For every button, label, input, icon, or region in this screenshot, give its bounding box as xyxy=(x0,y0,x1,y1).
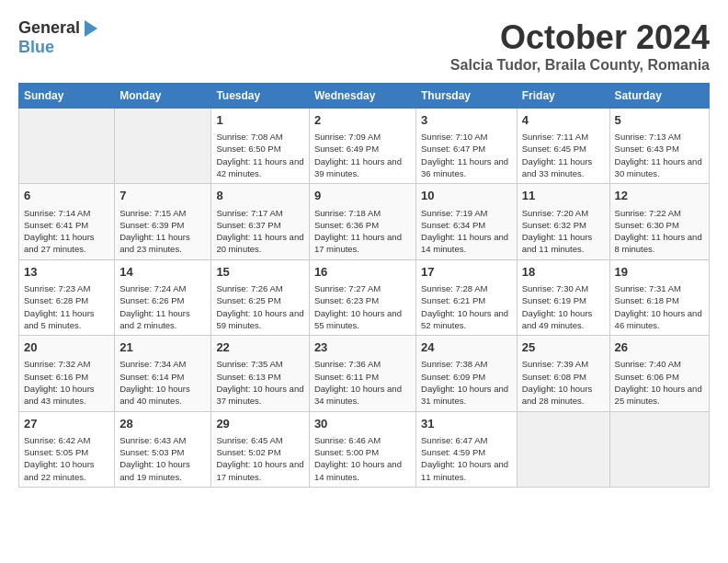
calendar-cell: 22Sunrise: 7:35 AMSunset: 6:13 PMDayligh… xyxy=(211,336,309,411)
day-number: 18 xyxy=(522,264,605,281)
header-sunday: Sunday xyxy=(19,84,115,109)
day-info: Sunrise: 7:30 AMSunset: 6:19 PMDaylight:… xyxy=(522,282,605,331)
calendar-cell: 5Sunrise: 7:13 AMSunset: 6:43 PMDaylight… xyxy=(609,109,709,184)
day-info: Sunrise: 7:39 AMSunset: 6:08 PMDaylight:… xyxy=(522,358,605,407)
day-number: 15 xyxy=(216,264,303,281)
day-info: Sunrise: 7:36 AMSunset: 6:11 PMDaylight:… xyxy=(314,358,411,407)
day-number: 21 xyxy=(119,339,206,356)
day-info: Sunrise: 7:24 AMSunset: 6:26 PMDaylight:… xyxy=(119,282,206,331)
calendar-cell xyxy=(19,109,115,184)
day-info: Sunrise: 6:45 AMSunset: 5:02 PMDaylight:… xyxy=(216,434,303,483)
day-number: 17 xyxy=(421,264,512,281)
header-thursday: Thursday xyxy=(416,84,518,109)
calendar-cell: 25Sunrise: 7:39 AMSunset: 6:08 PMDayligh… xyxy=(517,336,609,411)
calendar-week-4: 27Sunrise: 6:42 AMSunset: 5:05 PMDayligh… xyxy=(19,411,710,487)
calendar-cell: 14Sunrise: 7:24 AMSunset: 6:26 PMDayligh… xyxy=(115,259,211,335)
logo-arrow-icon xyxy=(85,20,97,37)
day-number: 31 xyxy=(421,416,512,432)
day-number: 10 xyxy=(421,188,512,204)
calendar-cell: 11Sunrise: 7:20 AMSunset: 6:32 PMDayligh… xyxy=(517,184,609,259)
calendar-cell: 27Sunrise: 6:42 AMSunset: 5:05 PMDayligh… xyxy=(19,411,115,487)
day-number: 29 xyxy=(216,416,303,432)
calendar-cell: 28Sunrise: 6:43 AMSunset: 5:03 PMDayligh… xyxy=(115,411,211,487)
day-number: 20 xyxy=(24,339,109,356)
calendar-cell: 24Sunrise: 7:38 AMSunset: 6:09 PMDayligh… xyxy=(416,336,518,411)
day-info: Sunrise: 6:47 AMSunset: 4:59 PMDaylight:… xyxy=(421,434,512,483)
day-number: 3 xyxy=(421,112,512,129)
day-info: Sunrise: 7:13 AMSunset: 6:43 PMDaylight:… xyxy=(615,131,704,179)
logo-general: General xyxy=(18,18,80,38)
calendar-cell: 21Sunrise: 7:34 AMSunset: 6:14 PMDayligh… xyxy=(115,336,211,411)
location-title: Salcia Tudor, Braila County, Romania xyxy=(450,57,710,74)
calendar-cell: 20Sunrise: 7:32 AMSunset: 6:16 PMDayligh… xyxy=(19,336,115,411)
calendar-cell: 13Sunrise: 7:23 AMSunset: 6:28 PMDayligh… xyxy=(19,259,115,335)
calendar-cell: 18Sunrise: 7:30 AMSunset: 6:19 PMDayligh… xyxy=(517,259,609,335)
day-number: 23 xyxy=(314,339,411,356)
header-monday: Monday xyxy=(115,84,211,109)
day-info: Sunrise: 7:31 AMSunset: 6:18 PMDaylight:… xyxy=(615,282,704,331)
calendar-cell: 16Sunrise: 7:27 AMSunset: 6:23 PMDayligh… xyxy=(309,259,415,335)
day-info: Sunrise: 7:34 AMSunset: 6:14 PMDaylight:… xyxy=(119,358,206,407)
day-info: Sunrise: 7:18 AMSunset: 6:36 PMDaylight:… xyxy=(314,207,411,256)
day-info: Sunrise: 7:32 AMSunset: 6:16 PMDaylight:… xyxy=(24,358,109,407)
day-number: 28 xyxy=(119,416,206,432)
day-info: Sunrise: 7:17 AMSunset: 6:37 PMDaylight:… xyxy=(216,207,303,256)
day-number: 7 xyxy=(119,188,206,204)
day-number: 16 xyxy=(314,264,411,281)
calendar-cell: 10Sunrise: 7:19 AMSunset: 6:34 PMDayligh… xyxy=(416,184,518,259)
calendar-cell: 15Sunrise: 7:26 AMSunset: 6:25 PMDayligh… xyxy=(211,259,309,335)
day-info: Sunrise: 7:27 AMSunset: 6:23 PMDaylight:… xyxy=(314,282,411,331)
calendar-cell: 6Sunrise: 7:14 AMSunset: 6:41 PMDaylight… xyxy=(19,184,115,259)
calendar-week-2: 13Sunrise: 7:23 AMSunset: 6:28 PMDayligh… xyxy=(19,259,710,335)
day-number: 11 xyxy=(522,188,605,204)
day-number: 6 xyxy=(24,188,109,204)
page-header: General Blue October 2024 Salcia Tudor, … xyxy=(18,18,710,74)
calendar-cell: 1Sunrise: 7:08 AMSunset: 6:50 PMDaylight… xyxy=(211,109,309,184)
day-number: 4 xyxy=(522,112,605,129)
day-number: 14 xyxy=(119,264,206,281)
day-info: Sunrise: 7:22 AMSunset: 6:30 PMDaylight:… xyxy=(615,207,704,256)
calendar-cell xyxy=(517,411,609,487)
calendar-cell: 31Sunrise: 6:47 AMSunset: 4:59 PMDayligh… xyxy=(416,411,518,487)
calendar-cell: 29Sunrise: 6:45 AMSunset: 5:02 PMDayligh… xyxy=(211,411,309,487)
day-number: 2 xyxy=(314,112,411,129)
month-title: October 2024 xyxy=(450,18,710,57)
day-info: Sunrise: 7:14 AMSunset: 6:41 PMDaylight:… xyxy=(24,207,109,256)
day-info: Sunrise: 6:46 AMSunset: 5:00 PMDaylight:… xyxy=(314,434,411,483)
day-info: Sunrise: 7:08 AMSunset: 6:50 PMDaylight:… xyxy=(216,131,303,179)
calendar-cell: 30Sunrise: 6:46 AMSunset: 5:00 PMDayligh… xyxy=(309,411,415,487)
calendar-cell xyxy=(609,411,709,487)
calendar-cell: 8Sunrise: 7:17 AMSunset: 6:37 PMDaylight… xyxy=(211,184,309,259)
day-info: Sunrise: 7:35 AMSunset: 6:13 PMDaylight:… xyxy=(216,358,303,407)
day-number: 24 xyxy=(421,339,512,356)
day-info: Sunrise: 7:26 AMSunset: 6:25 PMDaylight:… xyxy=(216,282,303,331)
header-wednesday: Wednesday xyxy=(309,84,415,109)
day-info: Sunrise: 6:43 AMSunset: 5:03 PMDaylight:… xyxy=(119,434,206,483)
calendar-week-3: 20Sunrise: 7:32 AMSunset: 6:16 PMDayligh… xyxy=(19,336,710,411)
calendar-cell xyxy=(115,109,211,184)
day-number: 26 xyxy=(615,339,704,356)
header-friday: Friday xyxy=(517,84,609,109)
day-info: Sunrise: 6:42 AMSunset: 5:05 PMDaylight:… xyxy=(24,434,109,483)
calendar-cell: 17Sunrise: 7:28 AMSunset: 6:21 PMDayligh… xyxy=(416,259,518,335)
calendar-table: SundayMondayTuesdayWednesdayThursdayFrid… xyxy=(18,83,710,488)
calendar-cell: 4Sunrise: 7:11 AMSunset: 6:45 PMDaylight… xyxy=(517,109,609,184)
day-info: Sunrise: 7:23 AMSunset: 6:28 PMDaylight:… xyxy=(24,282,109,331)
calendar-cell: 19Sunrise: 7:31 AMSunset: 6:18 PMDayligh… xyxy=(609,259,709,335)
day-number: 8 xyxy=(216,188,303,204)
day-number: 5 xyxy=(615,112,704,129)
day-number: 19 xyxy=(615,264,704,281)
header-tuesday: Tuesday xyxy=(211,84,309,109)
day-info: Sunrise: 7:40 AMSunset: 6:06 PMDaylight:… xyxy=(615,358,704,407)
day-info: Sunrise: 7:19 AMSunset: 6:34 PMDaylight:… xyxy=(421,207,512,256)
calendar-cell: 23Sunrise: 7:36 AMSunset: 6:11 PMDayligh… xyxy=(309,336,415,411)
logo: General Blue xyxy=(18,18,98,57)
day-info: Sunrise: 7:10 AMSunset: 6:47 PMDaylight:… xyxy=(421,131,512,179)
day-number: 13 xyxy=(24,264,109,281)
calendar-cell: 3Sunrise: 7:10 AMSunset: 6:47 PMDaylight… xyxy=(416,109,518,184)
day-info: Sunrise: 7:28 AMSunset: 6:21 PMDaylight:… xyxy=(421,282,512,331)
header-saturday: Saturday xyxy=(609,84,709,109)
day-number: 27 xyxy=(24,416,109,432)
day-number: 25 xyxy=(522,339,605,356)
calendar-header-row: SundayMondayTuesdayWednesdayThursdayFrid… xyxy=(19,84,710,109)
